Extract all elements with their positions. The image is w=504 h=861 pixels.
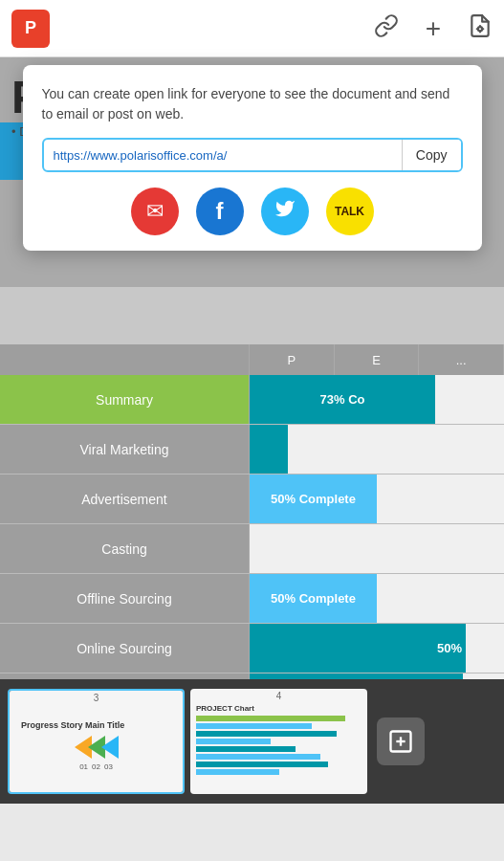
toolbar: P +: [0, 0, 504, 57]
toolbar-left: P: [11, 10, 50, 48]
add-icon[interactable]: +: [426, 13, 441, 44]
row-online-name: Online Sourcing: [0, 624, 250, 673]
share-buttons-row: ✉ f TALK: [42, 188, 463, 235]
twitter-icon: [274, 198, 296, 225]
row-ad-name: Advertisement: [0, 475, 250, 523]
app-icon[interactable]: P: [11, 10, 50, 48]
app-icon-letter: P: [25, 18, 36, 38]
row-offline-bar: 50% Complete: [250, 574, 504, 623]
table-row: Online Sourcing 50%: [0, 624, 504, 673]
col-e-header: E: [335, 344, 420, 375]
thumb-3-num: 3: [94, 693, 99, 703]
share-twitter-button[interactable]: [261, 188, 309, 235]
kakao-icon: TALK: [335, 205, 364, 218]
row-viral-bar: [250, 425, 504, 474]
link-input[interactable]: [44, 141, 402, 170]
bar-fill-online: 50%: [250, 624, 466, 673]
bar-fill-summary: 73% Co: [250, 375, 435, 424]
bar-fill-ad: 50% Complete: [250, 475, 377, 523]
share-facebook-button[interactable]: f: [196, 188, 244, 235]
facebook-icon: f: [216, 198, 224, 225]
row-online-bar: 50%: [250, 624, 504, 673]
popup-description: You can create open link for everyone to…: [42, 84, 463, 124]
copy-button[interactable]: Copy: [402, 140, 461, 170]
thumbnail-4[interactable]: 4 PROJECT Chart: [190, 689, 367, 794]
col-name-header: [0, 344, 250, 375]
share-popup: You can create open link for everyone to…: [23, 65, 482, 251]
row-viral-name: Viral Marketing: [0, 425, 250, 474]
row-casting-bar: [250, 524, 504, 573]
bar-fill-offline: 50% Complete: [250, 574, 377, 623]
share-email-button[interactable]: ✉: [131, 188, 179, 235]
add-slide-button[interactable]: [377, 718, 425, 765]
thumbnail-3[interactable]: 3 Progress Story Main Title 010203: [8, 689, 185, 794]
row-casting-name: Casting: [0, 524, 250, 573]
thumbnails-bar: 3 Progress Story Main Title 010203 4 PRO…: [0, 679, 504, 804]
row-offline-name: Offline Sourcing: [0, 574, 250, 623]
table-header: P E ...: [0, 344, 504, 375]
bar-fill-viral: [250, 425, 288, 474]
row-summary-bar: 73% Co: [250, 375, 504, 424]
table-row: Advertisement 50% Complete: [0, 475, 504, 524]
row-summary-name: Summary: [0, 375, 250, 424]
file-settings-icon[interactable]: [468, 13, 493, 44]
toolbar-right: +: [374, 13, 493, 44]
row-ad-bar: 50% Complete: [250, 475, 504, 523]
thumb-4-num: 4: [276, 691, 282, 701]
table-row: Viral Marketing: [0, 425, 504, 475]
table-row: Summary 73% Co: [0, 375, 504, 425]
col-p-header: P: [250, 344, 335, 375]
share-kakao-button[interactable]: TALK: [326, 188, 374, 235]
table-row: Offline Sourcing 50% Complete: [0, 574, 504, 624]
popup-overlay: You can create open link for everyone to…: [0, 57, 504, 287]
popup-link-row: Copy: [42, 138, 463, 172]
col-extra-header: ...: [419, 344, 504, 375]
link-icon[interactable]: [374, 13, 399, 44]
table-row: Casting: [0, 524, 504, 574]
email-icon: ✉: [146, 199, 164, 224]
